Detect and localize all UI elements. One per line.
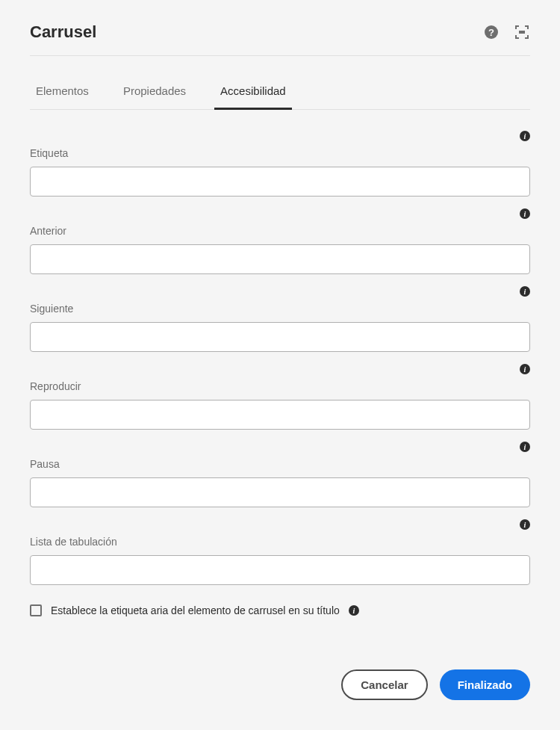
field-label-etiqueta: Etiqueta <box>30 147 530 159</box>
info-icon[interactable]: i <box>520 442 530 452</box>
field-label-lista-tabulacion: Lista de tabulación <box>30 536 530 548</box>
reproducir-input[interactable] <box>30 400 530 430</box>
header-icons: ? <box>484 24 530 40</box>
aria-title-checkbox[interactable] <box>30 604 42 616</box>
info-icon[interactable]: i <box>520 208 530 219</box>
field-label-siguiente: Siguiente <box>30 303 530 315</box>
dialog-header: Carrusel ? <box>30 22 530 56</box>
info-icon[interactable]: i <box>520 364 530 374</box>
info-icon[interactable]: i <box>349 605 359 616</box>
field-lista-tabulacion: i Lista de tabulación <box>30 519 530 585</box>
info-icon[interactable]: i <box>520 286 530 297</box>
pausa-input[interactable] <box>30 477 530 507</box>
dialog-footer: Cancelar Finalizado <box>30 647 530 700</box>
field-pausa: i Pausa <box>30 442 530 507</box>
tabs: Elementos Propiedades Accesibilidad <box>30 77 530 110</box>
tab-accesibilidad[interactable]: Accesibilidad <box>214 77 292 110</box>
field-label-pausa: Pausa <box>30 458 530 470</box>
lista-tabulacion-input[interactable] <box>30 555 530 585</box>
svg-rect-2 <box>519 31 525 34</box>
content-panel: i Etiqueta i Anterior i Siguiente i Repr… <box>30 110 530 647</box>
tab-propiedades[interactable]: Propiedades <box>117 77 192 110</box>
carousel-dialog: Carrusel ? Elementos Propiedades <box>0 0 560 730</box>
field-reproducir: i Reproducir <box>30 364 530 430</box>
field-label-reproducir: Reproducir <box>30 380 530 392</box>
info-icon[interactable]: i <box>520 131 530 141</box>
dialog-title: Carrusel <box>30 22 96 42</box>
field-etiqueta: i Etiqueta <box>30 131 530 197</box>
checkbox-label: Establece la etiqueta aria del elemento … <box>51 604 340 616</box>
field-siguiente: i Siguiente <box>30 286 530 352</box>
tab-elementos[interactable]: Elementos <box>30 77 95 110</box>
field-label-anterior: Anterior <box>30 225 530 237</box>
svg-text:?: ? <box>488 27 494 38</box>
info-icon[interactable]: i <box>520 519 530 530</box>
etiqueta-input[interactable] <box>30 167 530 197</box>
fullscreen-icon[interactable] <box>514 24 530 40</box>
done-button[interactable]: Finalizado <box>440 669 530 700</box>
help-icon[interactable]: ? <box>484 25 499 40</box>
field-anterior: i Anterior <box>30 208 530 274</box>
anterior-input[interactable] <box>30 244 530 274</box>
cancel-button[interactable]: Cancelar <box>341 669 427 700</box>
siguiente-input[interactable] <box>30 322 530 352</box>
checkbox-row: Establece la etiqueta aria del elemento … <box>30 604 530 616</box>
